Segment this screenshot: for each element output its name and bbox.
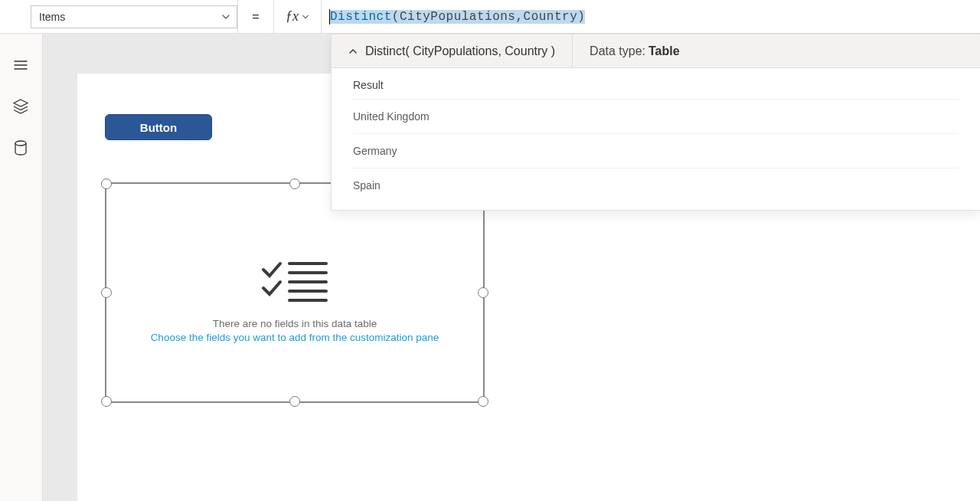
- formula-token-func: Distinct: [330, 10, 392, 24]
- fx-button[interactable]: ƒx: [274, 0, 322, 33]
- resize-handle[interactable]: [101, 178, 112, 189]
- result-header: Distinct( CityPopulations, Country ) Dat…: [332, 34, 980, 68]
- property-selector[interactable]: Items: [31, 5, 237, 28]
- formula-bar: Items = ƒx Distinct( CityPopulations, Co…: [0, 0, 980, 34]
- data-type-value: Table: [648, 44, 680, 58]
- left-rail: [0, 34, 43, 501]
- datatable-empty-line2[interactable]: Choose the fields you want to add from t…: [106, 332, 483, 343]
- resize-handle[interactable]: [101, 396, 112, 407]
- property-selector-value: Items: [39, 11, 65, 23]
- formula-token-punct: (: [392, 10, 400, 24]
- formula-token-punct: ): [577, 10, 585, 24]
- formula-input[interactable]: Distinct( CityPopulations, Country ): [322, 0, 980, 33]
- chevron-down-icon: [302, 13, 309, 21]
- result-signature-cell[interactable]: Distinct( CityPopulations, Country ): [332, 34, 573, 67]
- resize-handle[interactable]: [478, 287, 488, 298]
- result-row[interactable]: United Kingdom: [353, 99, 959, 133]
- datatable-placeholder-icon: [260, 260, 329, 302]
- formula-token-punct: ,: [515, 10, 523, 24]
- resize-handle[interactable]: [478, 396, 488, 407]
- canvas-button-label: Button: [140, 121, 177, 134]
- result-signature-text: Distinct( CityPopulations, Country ): [365, 44, 555, 58]
- property-selector-wrap: Items: [0, 0, 237, 33]
- chevron-down-icon: [221, 12, 230, 21]
- result-row[interactable]: Germany: [353, 133, 959, 168]
- datatable-empty-line1: There are no fields in this data table: [106, 318, 483, 329]
- result-datatype-cell: Data type: Table: [573, 34, 697, 67]
- svg-point-4: [15, 141, 26, 146]
- equals-label: =: [237, 0, 274, 33]
- formula-token-arg1: CityPopulations: [400, 10, 516, 24]
- resize-handle[interactable]: [289, 178, 300, 189]
- svg-marker-3: [14, 100, 28, 106]
- data-type-label: Data type:: [590, 44, 645, 58]
- chevron-up-icon[interactable]: [348, 47, 358, 56]
- result-row[interactable]: Spain: [353, 168, 959, 202]
- resize-handle[interactable]: [101, 287, 112, 298]
- result-table: Result United Kingdom Germany Spain: [332, 68, 980, 210]
- tree-view-icon[interactable]: [12, 98, 31, 116]
- formula-token-arg2: Country: [524, 10, 578, 24]
- result-column-header: Result: [353, 68, 959, 99]
- resize-handle[interactable]: [289, 396, 300, 407]
- data-icon[interactable]: [12, 139, 31, 158]
- hamburger-icon[interactable]: [12, 57, 31, 75]
- formula-result-flyout: Distinct( CityPopulations, Country ) Dat…: [331, 34, 980, 211]
- canvas-datatable-control[interactable]: There are no fields in this data table C…: [105, 182, 485, 403]
- canvas-button-control[interactable]: Button: [105, 114, 212, 140]
- fx-icon: ƒx: [286, 8, 299, 25]
